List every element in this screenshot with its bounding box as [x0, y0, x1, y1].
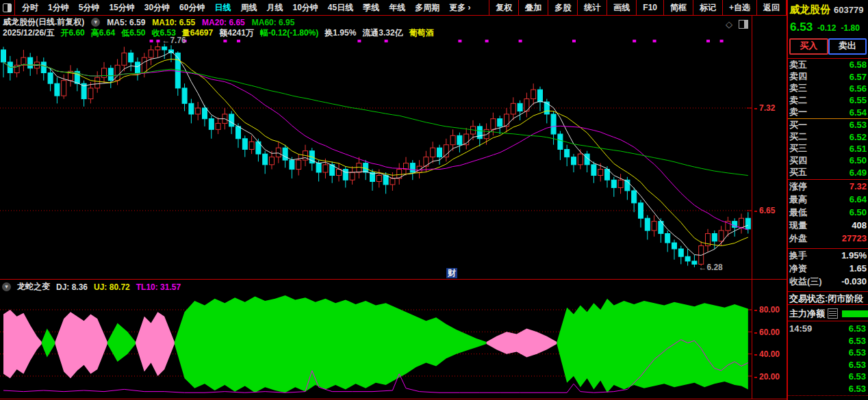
price-annotation: ←6.28 [698, 263, 722, 272]
stat-value: 1.95% [841, 250, 867, 261]
ask-label: 卖三 [789, 82, 807, 94]
main-chart-area[interactable]: ←7.76←6.28 [0, 39, 752, 279]
date-label: 2025/12/26/五 [3, 27, 54, 39]
price-change-pct: -1.80 [841, 23, 859, 33]
indicator-chevron-icon[interactable]: ▾ [2, 282, 11, 291]
indicator-level-40: 40.00 [754, 349, 780, 359]
high-value: 高6.64 [91, 27, 115, 39]
menu-more[interactable]: 更多 › [449, 2, 470, 14]
bid-label: 买五 [789, 166, 807, 178]
period-tab-45day[interactable]: 45日线 [328, 2, 353, 14]
quote-sidebar: 威龙股份 603779 6.53 -0.12 -1.80 买入 卖出 卖五6.5… [788, 0, 868, 400]
tick-time: 14:59 [789, 323, 812, 334]
stat-value: 27723 [842, 233, 867, 243]
tick-row[interactable]: 6.53 [788, 359, 868, 371]
toolbar-back-button[interactable]: 返回 [756, 0, 787, 15]
price-axis-line [752, 16, 752, 399]
list-icon[interactable] [828, 308, 838, 319]
main-candlestick-chart[interactable] [0, 39, 752, 279]
tick-price: 6.53 [849, 336, 866, 346]
tick-price: 6.53 [849, 360, 866, 370]
period-tab-monthly[interactable]: 月线 [266, 2, 283, 14]
indicator-level-60: 60.00 [754, 328, 780, 337]
menubar: 分时 1分钟 5分钟 15分钟 30分钟 60分钟 日线 周线 月线 10分钟 … [0, 0, 787, 16]
indicator-chart[interactable] [0, 280, 752, 399]
indicator-chart-area[interactable] [0, 280, 752, 399]
period-tab-quarterly[interactable]: 季线 [363, 2, 379, 14]
sidebar-price-row: 6.53 -0.12 -1.80 [790, 21, 860, 34]
ask-row-4[interactable]: 卖四6.57 [788, 70, 868, 82]
toolbar-simpleframe-button[interactable]: 简框 [663, 0, 693, 15]
layout-toggle-icon[interactable] [0, 0, 15, 15]
sidebar-stock-header[interactable]: 威龙股份 603779 [789, 3, 863, 16]
sell-button[interactable]: 卖出 [828, 38, 867, 55]
toolbar-f10-button[interactable]: F10 [636, 0, 663, 15]
ma10-value: MA10: 6.55 [152, 18, 195, 27]
indicator-level-20: 20.00 [754, 372, 780, 382]
toolbar-overlay-button[interactable]: 叠加 [518, 0, 548, 15]
stat-label: 现量 [789, 219, 807, 232]
stat-value: 6.64 [850, 194, 867, 204]
bid-row-1[interactable]: 买一6.53 [788, 119, 868, 131]
net-inflow-bar [842, 310, 868, 317]
toolbar-fuquan-button[interactable]: 复权 [489, 0, 518, 15]
event-tag-badge[interactable]: 财 [446, 268, 457, 278]
buy-button[interactable]: 买入 [789, 38, 828, 55]
indicator-uj-value: UJ: 80.72 [94, 282, 130, 292]
day-high-row: 最高6.64 [788, 193, 868, 206]
period-tab-1min[interactable]: 1分钟 [48, 2, 69, 14]
stat-value: 7.32 [850, 181, 867, 191]
industry-tag[interactable]: 葡萄酒 [409, 27, 434, 39]
ma60-value: MA60: 6.95 [252, 18, 295, 27]
period-tab-60min[interactable]: 60分钟 [179, 2, 205, 14]
bid-row-5[interactable]: 买五6.49 [788, 167, 868, 178]
ask-price: 6.54 [850, 107, 867, 118]
ask-row-5[interactable]: 卖五6.58 [788, 59, 868, 70]
tick-row[interactable]: 6.53 [788, 335, 868, 347]
toolbar-mark-button[interactable]: 标记 [693, 0, 722, 15]
period-tab-multi[interactable]: 多周期 [415, 2, 439, 14]
period-tab-weekly[interactable]: 周线 [240, 2, 257, 14]
indicator-name[interactable]: 龙蛇之变 [17, 281, 50, 293]
period-tab-15min[interactable]: 15分钟 [109, 2, 134, 14]
bid-label: 买四 [789, 155, 807, 167]
stat-label: 外盘 [789, 232, 807, 245]
tick-row[interactable]: 14:596.53 [788, 323, 868, 335]
ask-row-1[interactable]: 卖一6.54 [788, 107, 868, 118]
period-tab-5min[interactable]: 5分钟 [79, 2, 100, 14]
ask-row-3[interactable]: 卖三6.56 [788, 83, 868, 94]
close-value: 收6.53 [151, 27, 175, 39]
ask-label: 卖五 [789, 59, 807, 71]
net-assets-row: 净资1.65 [788, 262, 868, 275]
main-net-label: 主力净额 [789, 308, 825, 320]
bid-price: 6.49 [850, 168, 867, 178]
period-tab-10min[interactable]: 10分钟 [292, 2, 318, 14]
bid-row-2[interactable]: 买二6.52 [788, 131, 868, 142]
last-price: 6.53 [790, 21, 813, 34]
ask-row-2[interactable]: 卖二6.55 [788, 94, 868, 106]
tick-row[interactable]: 6.53 [788, 347, 868, 359]
main-net-inflow-row[interactable]: 主力净额 [788, 306, 868, 321]
diamond-marker-icon[interactable]: ◇ [726, 19, 732, 29]
toolbar-addwatch-button[interactable]: +自选 [722, 0, 756, 15]
ma20-value: MA20: 6.65 [202, 18, 245, 27]
indicator-level-80: 80.00 [754, 305, 780, 315]
tick-row[interactable]: 6.53 [788, 371, 868, 383]
toolbar: 复权 叠加 多股 统计 画线 F10 简框 标记 +自选 返回 [489, 0, 787, 15]
bid-row-3[interactable]: 买三6.51 [788, 143, 868, 155]
period-tab-fenshi[interactable]: 分时 [22, 2, 38, 14]
bid-row-4[interactable]: 买四6.50 [788, 155, 868, 166]
period-tab-daily-active[interactable]: 日线 [214, 2, 231, 14]
toolbar-drawline-button[interactable]: 画线 [607, 0, 636, 15]
period-tab-30min[interactable]: 30分钟 [144, 2, 170, 14]
split-window-icon[interactable] [739, 20, 748, 29]
bid-levels: 买一6.53 买二6.52 买三6.51 买四6.50 买五6.49 [788, 118, 868, 178]
toolbar-multistock-button[interactable]: 多股 [548, 0, 577, 15]
toolbar-stats-button[interactable]: 统计 [577, 0, 607, 15]
period-tab-yearly[interactable]: 年线 [389, 2, 405, 14]
stat-label: 涨停 [789, 181, 807, 193]
trading-terminal: 分时 1分钟 5分钟 15分钟 30分钟 60分钟 日线 周线 月线 10分钟 … [0, 0, 868, 400]
tick-row[interactable]: 6.53 [788, 383, 868, 395]
chart-info-line: 威龙股份(日线.前复权) ▾ MA5: 6.59 MA10: 6.55 MA20… [3, 17, 294, 27]
chevron-down-icon[interactable]: ▾ [91, 18, 100, 27]
